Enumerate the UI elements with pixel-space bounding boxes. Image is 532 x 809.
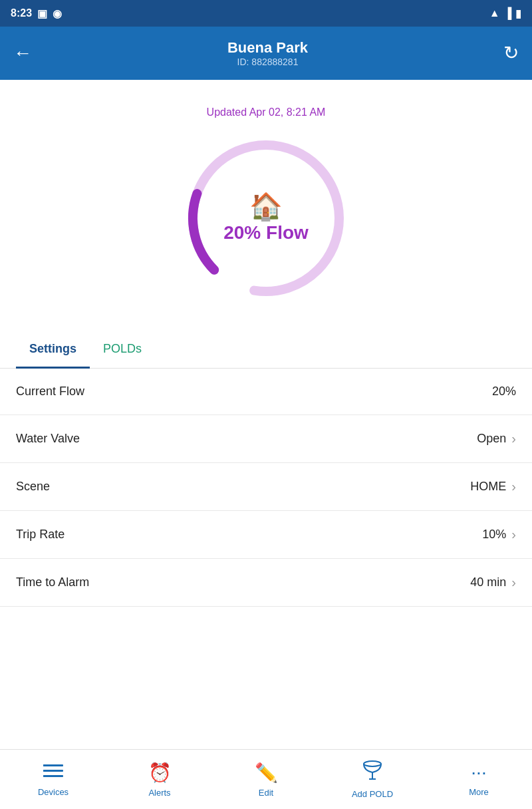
water-valve-value: Open › xyxy=(477,431,516,446)
scene-label: Scene xyxy=(16,480,50,494)
wifi-icon: ▲ xyxy=(489,7,500,19)
svg-point-8 xyxy=(364,761,381,766)
water-valve-text: Open xyxy=(477,432,506,446)
updated-timestamp: Updated Apr 02, 8:21 AM xyxy=(0,106,532,118)
svg-rect-6 xyxy=(43,770,46,772)
trip-rate-text: 10% xyxy=(482,528,506,542)
nav-edit[interactable]: ✏️ Edit xyxy=(213,755,319,804)
svg-rect-2 xyxy=(43,764,63,766)
back-button[interactable]: ← xyxy=(13,44,32,63)
devices-icon xyxy=(43,762,63,783)
table-row[interactable]: Scene HOME › xyxy=(0,463,532,511)
add-pold-icon xyxy=(362,760,382,785)
chevron-right-icon: › xyxy=(511,479,516,494)
current-flow-label: Current Flow xyxy=(16,385,84,399)
tabs: Settings POLDs xyxy=(0,331,532,369)
settings-list: Current Flow 20% Water Valve Open › Scen… xyxy=(0,369,532,607)
scene-text: HOME xyxy=(470,480,506,494)
time-to-alarm-label: Time to Alarm xyxy=(16,575,89,589)
nav-devices[interactable]: Devices xyxy=(0,755,106,804)
nav-devices-label: Devices xyxy=(38,787,68,797)
flow-gauge: 🏠 20% Flow xyxy=(173,125,359,311)
bottom-nav: Devices ⏰ Alerts ✏️ Edit Add POLD ··· Mo… xyxy=(0,749,532,809)
water-valve-label: Water Valve xyxy=(16,432,80,446)
table-row: Current Flow 20% xyxy=(0,369,532,415)
tab-settings[interactable]: Settings xyxy=(16,331,90,369)
status-time: 8:23 xyxy=(11,7,32,19)
status-bar-left: 8:23 ▣ ◉ xyxy=(11,7,62,20)
svg-rect-3 xyxy=(43,770,63,772)
chevron-right-icon: › xyxy=(511,431,516,446)
table-row[interactable]: Trip Rate 10% › xyxy=(0,511,532,559)
nav-alerts-label: Alerts xyxy=(148,788,170,798)
tab-polds[interactable]: POLDs xyxy=(90,331,155,369)
sim-card-icon: ▣ xyxy=(37,7,47,20)
table-row[interactable]: Time to Alarm 40 min › xyxy=(0,559,532,607)
trip-rate-label: Trip Rate xyxy=(16,528,65,542)
status-bar-right: ▲ ▐ ▮ xyxy=(489,7,521,20)
nav-add-pold-label: Add POLD xyxy=(352,789,393,799)
table-row[interactable]: Water Valve Open › xyxy=(0,415,532,463)
refresh-button[interactable]: ↻ xyxy=(503,44,519,63)
gauge-container: 🏠 20% Flow xyxy=(0,125,532,311)
gauge-label: 20% Flow xyxy=(223,222,309,243)
main-content: Updated Apr 02, 8:21 AM 🏠 20% Flow Setti… xyxy=(0,80,532,687)
nav-add-pold[interactable]: Add POLD xyxy=(319,754,426,806)
device-id: ID: 882888281 xyxy=(227,57,308,67)
chevron-right-icon: › xyxy=(511,527,516,542)
more-icon: ··· xyxy=(471,762,486,783)
svg-rect-4 xyxy=(43,775,63,777)
nav-alerts[interactable]: ⏰ Alerts xyxy=(106,755,213,804)
chevron-right-icon: › xyxy=(511,575,516,590)
status-bar: 8:23 ▣ ◉ ▲ ▐ ▮ xyxy=(0,0,532,27)
home-icon: 🏠 xyxy=(249,193,283,220)
alerts-icon: ⏰ xyxy=(148,762,172,784)
header: ← Buena Park ID: 882888281 ↻ xyxy=(0,27,532,80)
nav-more[interactable]: ··· More xyxy=(426,755,532,804)
trip-rate-value: 10% › xyxy=(482,527,516,542)
nav-edit-label: Edit xyxy=(259,788,273,798)
signal-icon: ◉ xyxy=(53,7,62,20)
nav-more-label: More xyxy=(469,787,489,797)
gauge-inner: 🏠 20% Flow xyxy=(223,193,309,243)
battery-icon: ▮ xyxy=(515,7,521,20)
svg-rect-7 xyxy=(43,775,46,777)
edit-icon: ✏️ xyxy=(255,762,278,784)
scene-value: HOME › xyxy=(470,479,516,494)
time-to-alarm-text: 40 min xyxy=(470,575,506,589)
current-flow-text: 20% xyxy=(492,385,516,399)
svg-rect-5 xyxy=(43,764,46,766)
header-center: Buena Park ID: 882888281 xyxy=(227,39,308,67)
page-title: Buena Park xyxy=(227,39,308,57)
signal-bars-icon: ▐ xyxy=(504,7,511,19)
time-to-alarm-value: 40 min › xyxy=(470,575,516,590)
current-flow-value: 20% xyxy=(492,385,516,399)
